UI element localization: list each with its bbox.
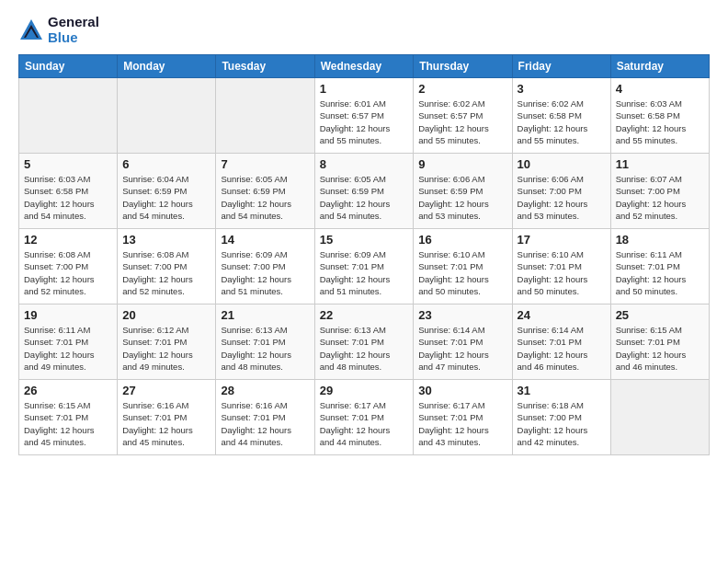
day-number: 5 <box>24 157 112 171</box>
calendar-day-2: 2Sunrise: 6:02 AMSunset: 6:57 PMDaylight… <box>414 78 512 154</box>
calendar-empty-cell <box>19 78 118 154</box>
day-info: Sunrise: 6:08 AMSunset: 7:00 PMDaylight:… <box>122 248 210 297</box>
day-number: 14 <box>221 233 309 247</box>
calendar-day-29: 29Sunrise: 6:17 AMSunset: 7:01 PMDayligh… <box>314 380 414 455</box>
day-number: 2 <box>418 82 506 96</box>
calendar-day-19: 19Sunrise: 6:11 AMSunset: 7:01 PMDayligh… <box>19 304 118 380</box>
logo-general: General <box>48 15 99 30</box>
day-number: 11 <box>616 157 704 171</box>
day-number: 21 <box>221 308 309 322</box>
day-number: 24 <box>518 308 606 322</box>
logo-icon <box>18 17 44 43</box>
calendar-day-7: 7Sunrise: 6:05 AMSunset: 6:59 PMDaylight… <box>216 154 314 229</box>
calendar-day-26: 26Sunrise: 6:15 AMSunset: 7:01 PMDayligh… <box>19 380 118 455</box>
day-info: Sunrise: 6:06 AMSunset: 7:00 PMDaylight:… <box>518 173 606 222</box>
logo-blue: Blue <box>48 30 99 46</box>
calendar-dow-tuesday: Tuesday <box>216 55 314 78</box>
day-number: 22 <box>320 308 409 322</box>
calendar-day-28: 28Sunrise: 6:16 AMSunset: 7:01 PMDayligh… <box>216 380 314 455</box>
day-number: 9 <box>418 157 506 171</box>
calendar-day-21: 21Sunrise: 6:13 AMSunset: 7:01 PMDayligh… <box>216 304 314 380</box>
calendar-day-22: 22Sunrise: 6:13 AMSunset: 7:01 PMDayligh… <box>314 304 414 380</box>
day-number: 10 <box>518 157 606 171</box>
day-info: Sunrise: 6:12 AMSunset: 7:01 PMDaylight:… <box>122 324 210 373</box>
calendar-day-8: 8Sunrise: 6:05 AMSunset: 6:59 PMDaylight… <box>314 154 414 229</box>
day-info: Sunrise: 6:10 AMSunset: 7:01 PMDaylight:… <box>518 248 606 297</box>
day-number: 16 <box>418 233 506 247</box>
day-number: 20 <box>122 308 210 322</box>
day-number: 27 <box>122 384 210 397</box>
calendar-week-row: 12Sunrise: 6:08 AMSunset: 7:00 PMDayligh… <box>19 229 710 304</box>
calendar-day-4: 4Sunrise: 6:03 AMSunset: 6:58 PMDaylight… <box>610 78 709 154</box>
day-number: 30 <box>418 384 506 397</box>
day-number: 17 <box>518 233 606 247</box>
calendar-day-9: 9Sunrise: 6:06 AMSunset: 6:59 PMDaylight… <box>414 154 512 229</box>
day-number: 1 <box>320 82 409 96</box>
day-number: 8 <box>320 157 409 171</box>
calendar-week-row: 26Sunrise: 6:15 AMSunset: 7:01 PMDayligh… <box>19 380 710 455</box>
calendar-day-13: 13Sunrise: 6:08 AMSunset: 7:00 PMDayligh… <box>118 229 216 304</box>
calendar-dow-friday: Friday <box>512 55 610 78</box>
day-number: 4 <box>616 82 704 96</box>
day-info: Sunrise: 6:01 AMSunset: 6:57 PMDaylight:… <box>320 98 409 146</box>
day-number: 25 <box>616 308 704 322</box>
calendar-dow-thursday: Thursday <box>414 55 512 78</box>
day-info: Sunrise: 6:17 AMSunset: 7:01 PMDaylight:… <box>418 399 506 448</box>
day-info: Sunrise: 6:02 AMSunset: 6:58 PMDaylight:… <box>518 98 606 146</box>
calendar-day-10: 10Sunrise: 6:06 AMSunset: 7:00 PMDayligh… <box>512 154 610 229</box>
calendar-empty-cell <box>610 380 709 455</box>
day-number: 3 <box>518 82 606 96</box>
calendar-day-6: 6Sunrise: 6:04 AMSunset: 6:59 PMDaylight… <box>118 154 216 229</box>
calendar-day-5: 5Sunrise: 6:03 AMSunset: 6:58 PMDaylight… <box>19 154 118 229</box>
day-info: Sunrise: 6:13 AMSunset: 7:01 PMDaylight:… <box>221 324 309 373</box>
day-info: Sunrise: 6:03 AMSunset: 6:58 PMDaylight:… <box>616 98 704 146</box>
calendar-day-27: 27Sunrise: 6:16 AMSunset: 7:01 PMDayligh… <box>118 380 216 455</box>
day-number: 29 <box>320 384 409 397</box>
day-info: Sunrise: 6:07 AMSunset: 7:00 PMDaylight:… <box>616 173 704 222</box>
day-number: 19 <box>24 308 112 322</box>
calendar-day-16: 16Sunrise: 6:10 AMSunset: 7:01 PMDayligh… <box>414 229 512 304</box>
day-number: 26 <box>24 384 112 397</box>
day-number: 7 <box>221 157 309 171</box>
day-info: Sunrise: 6:10 AMSunset: 7:01 PMDaylight:… <box>418 248 506 297</box>
day-info: Sunrise: 6:18 AMSunset: 7:00 PMDaylight:… <box>518 399 606 448</box>
calendar-day-23: 23Sunrise: 6:14 AMSunset: 7:01 PMDayligh… <box>414 304 512 380</box>
calendar-day-31: 31Sunrise: 6:18 AMSunset: 7:00 PMDayligh… <box>512 380 610 455</box>
calendar-day-25: 25Sunrise: 6:15 AMSunset: 7:01 PMDayligh… <box>610 304 709 380</box>
page: General Blue SundayMondayTuesdayWednesda… <box>0 0 728 563</box>
calendar-week-row: 19Sunrise: 6:11 AMSunset: 7:01 PMDayligh… <box>19 304 710 380</box>
day-info: Sunrise: 6:15 AMSunset: 7:01 PMDaylight:… <box>616 324 704 373</box>
day-info: Sunrise: 6:08 AMSunset: 7:00 PMDaylight:… <box>24 248 112 297</box>
day-number: 28 <box>221 384 309 397</box>
day-info: Sunrise: 6:14 AMSunset: 7:01 PMDaylight:… <box>518 324 606 373</box>
day-number: 23 <box>418 308 506 322</box>
calendar-week-row: 5Sunrise: 6:03 AMSunset: 6:58 PMDaylight… <box>19 154 710 229</box>
calendar-day-15: 15Sunrise: 6:09 AMSunset: 7:01 PMDayligh… <box>314 229 414 304</box>
calendar-dow-sunday: Sunday <box>19 55 118 78</box>
calendar-dow-saturday: Saturday <box>610 55 709 78</box>
day-number: 12 <box>24 233 112 247</box>
calendar-day-11: 11Sunrise: 6:07 AMSunset: 7:00 PMDayligh… <box>610 154 709 229</box>
calendar-empty-cell <box>216 78 314 154</box>
day-info: Sunrise: 6:05 AMSunset: 6:59 PMDaylight:… <box>221 173 309 222</box>
day-number: 13 <box>122 233 210 247</box>
calendar-day-17: 17Sunrise: 6:10 AMSunset: 7:01 PMDayligh… <box>512 229 610 304</box>
day-info: Sunrise: 6:15 AMSunset: 7:01 PMDaylight:… <box>24 399 112 448</box>
day-info: Sunrise: 6:04 AMSunset: 6:59 PMDaylight:… <box>122 173 210 222</box>
header: General Blue <box>18 15 710 45</box>
day-info: Sunrise: 6:09 AMSunset: 7:01 PMDaylight:… <box>320 248 409 297</box>
day-info: Sunrise: 6:02 AMSunset: 6:57 PMDaylight:… <box>418 98 506 146</box>
day-info: Sunrise: 6:13 AMSunset: 7:01 PMDaylight:… <box>320 324 409 373</box>
day-number: 6 <box>122 157 210 171</box>
calendar-empty-cell <box>118 78 216 154</box>
calendar-day-14: 14Sunrise: 6:09 AMSunset: 7:00 PMDayligh… <box>216 229 314 304</box>
calendar-day-18: 18Sunrise: 6:11 AMSunset: 7:01 PMDayligh… <box>610 229 709 304</box>
day-info: Sunrise: 6:11 AMSunset: 7:01 PMDaylight:… <box>616 248 704 297</box>
day-info: Sunrise: 6:05 AMSunset: 6:59 PMDaylight:… <box>320 173 409 222</box>
calendar-day-1: 1Sunrise: 6:01 AMSunset: 6:57 PMDaylight… <box>314 78 414 154</box>
logo: General Blue <box>18 15 99 45</box>
logo-text: General Blue <box>48 15 99 45</box>
day-info: Sunrise: 6:09 AMSunset: 7:00 PMDaylight:… <box>221 248 309 297</box>
day-info: Sunrise: 6:14 AMSunset: 7:01 PMDaylight:… <box>418 324 506 373</box>
calendar-week-row: 1Sunrise: 6:01 AMSunset: 6:57 PMDaylight… <box>19 78 710 154</box>
